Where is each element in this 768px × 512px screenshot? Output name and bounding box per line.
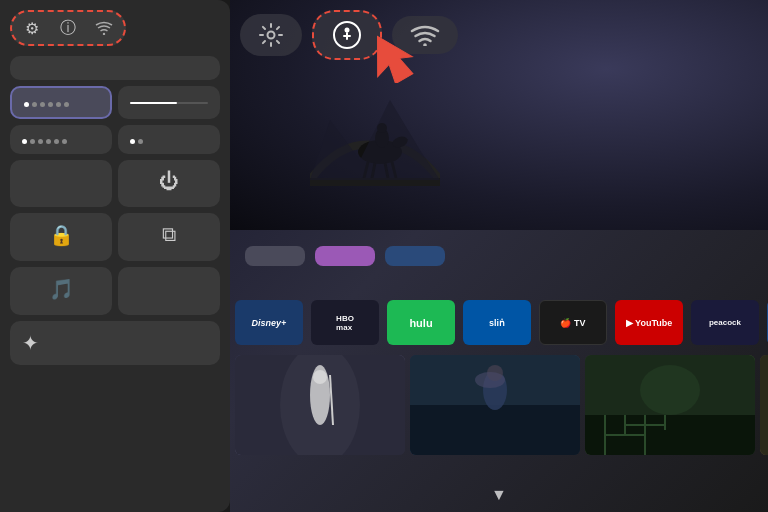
multiview-card[interactable]: ⧉ bbox=[118, 213, 220, 261]
tab-music[interactable] bbox=[315, 246, 375, 266]
tab-homehub[interactable] bbox=[385, 246, 445, 266]
thumb-4[interactable] bbox=[760, 355, 768, 455]
thumb-1[interactable] bbox=[235, 355, 405, 455]
sound-out-card[interactable] bbox=[118, 125, 220, 154]
app-sling[interactable]: sliṅ bbox=[463, 300, 531, 345]
app-youtube[interactable]: ▶ YouTube bbox=[615, 300, 683, 345]
lock-icon: 🔒 bbox=[49, 223, 74, 247]
music-icon: 🎵 bbox=[49, 277, 74, 301]
scroll-down-indicator: ▼ bbox=[491, 486, 507, 504]
settings-icon-tv bbox=[258, 22, 284, 48]
privacy-card[interactable]: 🔒 bbox=[10, 213, 112, 261]
svg-point-31 bbox=[268, 32, 275, 39]
magic-icon: ✦ bbox=[22, 331, 39, 355]
settings-icon-panel[interactable]: ⚙ bbox=[20, 16, 44, 40]
sound-dots bbox=[22, 139, 100, 144]
app-peacock[interactable]: peacock bbox=[691, 300, 759, 345]
app-disney[interactable]: Disney+ bbox=[235, 300, 303, 345]
app-hulu[interactable]: hulu bbox=[387, 300, 455, 345]
svg-point-34 bbox=[423, 43, 427, 46]
svg-marker-35 bbox=[360, 28, 420, 83]
tab-game[interactable] bbox=[245, 246, 305, 266]
power-icon: ⏻ bbox=[159, 170, 179, 193]
nav-tabs bbox=[230, 238, 768, 274]
accessibility-icon-tv bbox=[332, 20, 362, 50]
tv-background: Disney+ HBOmax hulu sliṅ 🍎 TV ▶ YouTube … bbox=[230, 0, 768, 512]
oled-brightness-card[interactable] bbox=[118, 86, 220, 119]
sleep-timer-card[interactable] bbox=[10, 160, 112, 207]
app-hbo[interactable]: HBOmax bbox=[311, 300, 379, 345]
settings-icon-box[interactable] bbox=[240, 14, 302, 56]
music-discovery-card[interactable]: 🎵 bbox=[10, 267, 112, 315]
thumb-2[interactable] bbox=[410, 355, 580, 455]
thumb-3[interactable] bbox=[585, 355, 755, 455]
multiview-icon: ⧉ bbox=[162, 223, 176, 246]
arrow-pointer bbox=[360, 28, 420, 87]
svg-point-28 bbox=[640, 365, 700, 415]
svg-point-13 bbox=[313, 370, 327, 384]
hero-silhouette bbox=[310, 90, 440, 210]
svg-rect-29 bbox=[760, 355, 768, 455]
panel-icon-bar: ⚙ ⓘ bbox=[10, 10, 126, 46]
app-row: Disney+ HBOmax hulu sliṅ 🍎 TV ▶ YouTube … bbox=[230, 295, 768, 350]
screen-off-button[interactable] bbox=[10, 56, 220, 80]
thumbnail-row bbox=[230, 355, 768, 455]
svg-point-33 bbox=[345, 28, 350, 33]
svg-point-19 bbox=[475, 372, 505, 388]
privacy-multiview-row: 🔒 ⧉ bbox=[10, 213, 220, 261]
sound-out-dots bbox=[130, 139, 208, 144]
oled-slider bbox=[130, 102, 208, 104]
music-eyecare-row: 🎵 bbox=[10, 267, 220, 315]
left-panel: ⚙ ⓘ bbox=[0, 0, 230, 512]
sound-mode-card[interactable] bbox=[10, 125, 112, 154]
wifi-icon-panel[interactable] bbox=[92, 16, 116, 40]
sleep-screenoff-row: ⏻ bbox=[10, 160, 220, 207]
svg-marker-9 bbox=[310, 100, 440, 180]
app-apple-tv[interactable]: 🍎 TV bbox=[539, 300, 607, 345]
picture-oled-row bbox=[10, 86, 220, 119]
top-overlay bbox=[240, 10, 458, 60]
screen-off-icon-card[interactable]: ⏻ bbox=[118, 160, 220, 207]
magic-explorer-card[interactable]: ✦ bbox=[10, 321, 220, 365]
svg-point-30 bbox=[103, 33, 105, 35]
accessibility-icon-panel[interactable]: ⓘ bbox=[56, 16, 80, 40]
eye-care-card[interactable] bbox=[118, 267, 220, 315]
picture-dots bbox=[24, 102, 98, 107]
picture-mode-card[interactable] bbox=[10, 86, 112, 119]
sound-row bbox=[10, 125, 220, 154]
svg-rect-16 bbox=[410, 405, 580, 455]
